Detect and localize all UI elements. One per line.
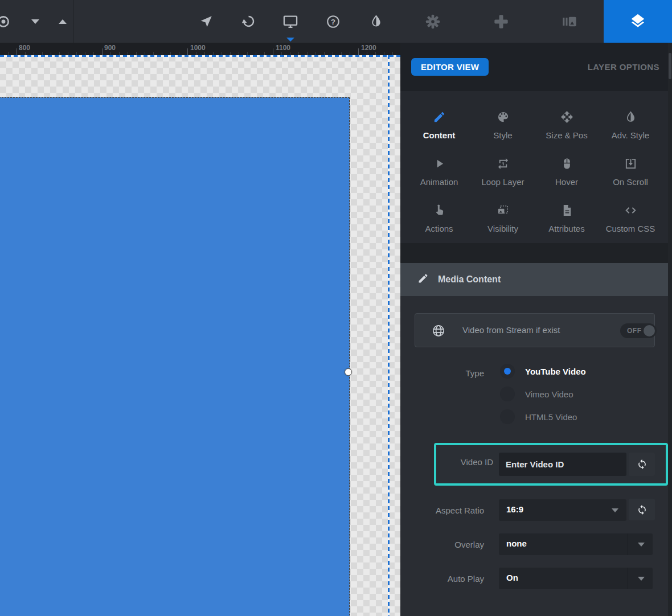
ruler-label: 1100 bbox=[276, 44, 290, 52]
radio-dot bbox=[500, 364, 515, 379]
panel-scrollbar[interactable] bbox=[668, 43, 672, 616]
auto-play-label: Auto Play bbox=[400, 574, 484, 584]
tab-attributes[interactable]: Attributes bbox=[535, 192, 599, 239]
collapse-up-icon[interactable] bbox=[47, 0, 79, 43]
tab-adv-style[interactable]: Adv. Style bbox=[599, 98, 662, 145]
panel-header: EDITOR VIEW LAYER OPTIONS bbox=[400, 43, 672, 91]
radio-label: Vimeo Video bbox=[525, 389, 573, 399]
help-icon[interactable]: ? bbox=[317, 0, 349, 43]
video-id-row-highlight: Video ID bbox=[434, 443, 668, 486]
stream-option-box: Video from Stream if exist OFF bbox=[415, 313, 655, 347]
layer-options-panel: EDITOR VIEW LAYER OPTIONS Content Style … bbox=[400, 43, 672, 616]
svg-text:?: ? bbox=[331, 17, 335, 26]
pencil-icon bbox=[417, 273, 429, 286]
play-icon bbox=[433, 157, 446, 170]
type-label: Type bbox=[400, 368, 484, 378]
radio-dot bbox=[500, 409, 515, 424]
media-content-title: Media Content bbox=[438, 274, 501, 285]
desktop-preview-icon[interactable] bbox=[274, 0, 306, 43]
overlay-select[interactable]: none bbox=[499, 533, 653, 555]
video-id-input[interactable] bbox=[499, 453, 626, 476]
tab-visibility[interactable]: Visibility bbox=[471, 192, 535, 239]
tab-loop-layer[interactable]: Loop Layer bbox=[471, 145, 535, 192]
layer-options-button[interactable]: LAYER OPTIONS bbox=[588, 62, 659, 72]
image-dotted-icon bbox=[497, 203, 510, 217]
media-content-header: Media Content bbox=[400, 263, 672, 296]
tab-content[interactable]: Content bbox=[407, 98, 471, 145]
tab-hover[interactable]: Hover bbox=[535, 145, 599, 192]
addons-dpad-icon[interactable] bbox=[485, 0, 517, 43]
tab-style[interactable]: Style bbox=[471, 98, 535, 145]
tab-label: Hover bbox=[555, 177, 578, 187]
ruler-label: 1000 bbox=[190, 44, 206, 52]
layers-tab[interactable] bbox=[604, 0, 672, 43]
layer-options-label: LAYER OPTIONS bbox=[588, 62, 659, 72]
auto-play-select[interactable]: On bbox=[499, 568, 653, 589]
video-id-label: Video ID bbox=[436, 457, 493, 467]
slider-top-guide bbox=[0, 55, 400, 57]
contrast-icon[interactable] bbox=[360, 0, 392, 43]
pencil-icon bbox=[433, 110, 446, 124]
droplet-icon bbox=[624, 110, 637, 124]
radio-html5-video[interactable]: HTML5 Video bbox=[500, 409, 577, 424]
resize-handle-right[interactable] bbox=[345, 368, 352, 376]
slides-icon[interactable] bbox=[554, 0, 585, 43]
ruler-label: 900 bbox=[104, 44, 116, 52]
editor-view-button[interactable]: EDITOR VIEW bbox=[411, 58, 489, 76]
mouse-icon bbox=[560, 157, 573, 170]
code-icon bbox=[624, 203, 637, 217]
tab-size-pos[interactable]: Size & Pos bbox=[535, 98, 599, 145]
palette-icon bbox=[497, 110, 510, 124]
document-icon bbox=[560, 203, 573, 217]
refresh-icon[interactable] bbox=[629, 499, 655, 520]
scroll-download-icon bbox=[624, 157, 637, 170]
section-gap bbox=[400, 243, 672, 263]
editor-view-label: EDITOR VIEW bbox=[421, 62, 479, 72]
stream-label: Video from Stream if exist bbox=[462, 325, 560, 335]
stream-toggle[interactable]: OFF bbox=[620, 323, 657, 338]
radio-label: YouTube Video bbox=[525, 367, 586, 376]
selected-video-layer[interactable] bbox=[0, 97, 350, 616]
tab-custom-css[interactable]: Custom CSS bbox=[599, 192, 662, 239]
layers-icon bbox=[629, 12, 646, 31]
aspect-ratio-select[interactable]: 16:9 bbox=[499, 499, 626, 521]
visibility-eye-icon[interactable] bbox=[0, 0, 19, 43]
select-cursor-icon[interactable] bbox=[190, 0, 222, 43]
scrollbar-thumb[interactable] bbox=[669, 53, 671, 79]
tab-label: Content bbox=[423, 130, 456, 140]
tab-label: Animation bbox=[420, 177, 458, 187]
chevron-down-icon bbox=[612, 508, 618, 512]
tab-label: Loop Layer bbox=[481, 177, 524, 187]
settings-gear-icon[interactable] bbox=[417, 0, 449, 43]
top-toolbar: ? bbox=[0, 0, 672, 43]
tab-actions[interactable]: Actions bbox=[407, 192, 471, 239]
slider-right-guide bbox=[388, 55, 390, 616]
tab-label: Style bbox=[493, 130, 512, 140]
tab-label: Actions bbox=[425, 224, 453, 233]
horizontal-ruler: 800 900 1000 1100 1200 bbox=[0, 43, 400, 55]
globe-icon bbox=[431, 323, 446, 340]
tab-label: Size & Pos bbox=[546, 130, 587, 140]
tab-animation[interactable]: Animation bbox=[407, 145, 471, 192]
tab-label: Attributes bbox=[548, 224, 584, 233]
media-content-body: Video from Stream if exist OFF Type YouT… bbox=[400, 296, 672, 616]
radio-dot bbox=[500, 387, 515, 401]
tab-label: Custom CSS bbox=[606, 224, 655, 233]
tab-label: Visibility bbox=[487, 224, 518, 233]
move-icon bbox=[560, 110, 573, 124]
editor-canvas[interactable] bbox=[0, 55, 400, 616]
ruler-label: 800 bbox=[19, 44, 30, 52]
aspect-ratio-label: Aspect Ratio bbox=[400, 506, 484, 515]
chevron-down-icon bbox=[638, 577, 645, 581]
toggle-knob bbox=[644, 325, 655, 336]
refresh-icon[interactable] bbox=[629, 453, 655, 476]
select-value: none bbox=[506, 539, 527, 548]
tab-label: Adv. Style bbox=[612, 130, 649, 140]
tab-on-scroll[interactable]: On Scroll bbox=[599, 145, 662, 192]
radio-label: HTML5 Video bbox=[525, 412, 577, 422]
undo-icon[interactable] bbox=[232, 0, 264, 43]
overlay-label: Overlay bbox=[400, 540, 484, 549]
radio-vimeo-video[interactable]: Vimeo Video bbox=[500, 387, 573, 401]
ruler-label: 1200 bbox=[361, 44, 376, 52]
radio-youtube-video[interactable]: YouTube Video bbox=[500, 364, 586, 379]
